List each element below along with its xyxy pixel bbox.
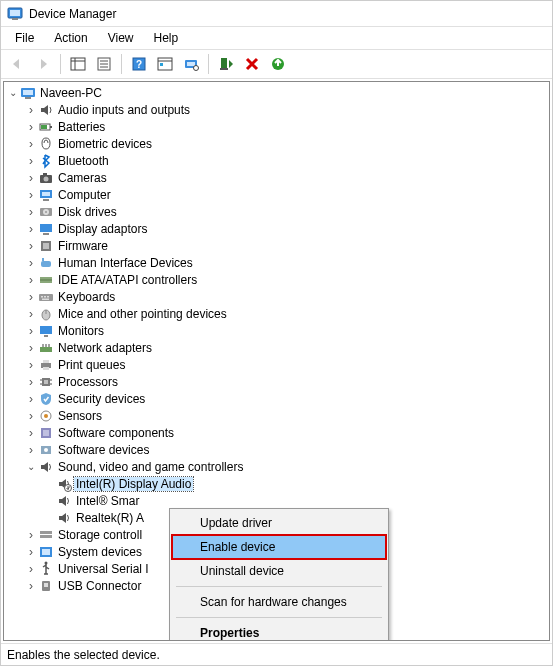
expand-caret-icon[interactable]: [24, 409, 38, 423]
category-speaker[interactable]: Audio inputs and outputs: [6, 101, 547, 118]
menu-file[interactable]: File: [5, 29, 44, 47]
context-uninstall-device[interactable]: Uninstall device: [172, 559, 386, 583]
scan-hardware-button[interactable]: [179, 52, 203, 76]
expand-caret-icon[interactable]: [24, 307, 38, 321]
expand-caret-icon[interactable]: [24, 324, 38, 338]
tree-item-label: IDE ATA/ATAPI controllers: [56, 273, 199, 287]
toolbar-separator: [60, 54, 61, 74]
expand-caret-icon[interactable]: [24, 205, 38, 219]
category-firmware[interactable]: Firmware: [6, 237, 547, 254]
battery-icon: [38, 119, 54, 135]
tree-item-label: Biometric devices: [56, 137, 154, 151]
expand-caret-icon[interactable]: [24, 341, 38, 355]
expand-caret-icon[interactable]: [24, 239, 38, 253]
enable-device-button[interactable]: [214, 52, 238, 76]
category-sound[interactable]: Sound, video and game controllers: [6, 458, 547, 475]
tree-root[interactable]: Naveen-PC: [6, 84, 547, 101]
expand-caret-icon[interactable]: [24, 103, 38, 117]
category-computer[interactable]: Computer: [6, 186, 547, 203]
category-net[interactable]: Network adapters: [6, 339, 547, 356]
tree-item-label: Display adaptors: [56, 222, 149, 236]
expand-caret-icon[interactable]: [24, 358, 38, 372]
tree-item-label: Print queues: [56, 358, 127, 372]
context-scan-hardware[interactable]: Scan for hardware changes: [172, 590, 386, 614]
svg-rect-73: [40, 531, 52, 534]
action-icon-button[interactable]: [153, 52, 177, 76]
expand-caret-icon[interactable]: [24, 222, 38, 236]
properties-button[interactable]: [92, 52, 116, 76]
category-swd[interactable]: Software devices: [6, 441, 547, 458]
category-sensor[interactable]: Sensors: [6, 407, 547, 424]
back-button[interactable]: [5, 52, 29, 76]
usbconn-icon: [38, 578, 54, 594]
category-printer[interactable]: Print queues: [6, 356, 547, 373]
svg-text:?: ?: [136, 59, 142, 70]
menu-view[interactable]: View: [98, 29, 144, 47]
context-menu: Update driver Enable device Uninstall de…: [169, 508, 389, 641]
svg-rect-29: [43, 173, 47, 175]
menu-help[interactable]: Help: [144, 29, 189, 47]
expand-caret-icon[interactable]: [24, 426, 38, 440]
category-disk[interactable]: Disk drives: [6, 203, 547, 220]
category-display[interactable]: Display adaptors: [6, 220, 547, 237]
expand-caret-icon[interactable]: [24, 528, 38, 542]
device-tree[interactable]: Naveen-PCAudio inputs and outputsBatteri…: [3, 81, 550, 641]
context-update-driver[interactable]: Update driver: [172, 511, 386, 535]
expand-caret-icon[interactable]: [24, 545, 38, 559]
expand-caret-icon[interactable]: [24, 461, 38, 472]
expand-caret-icon[interactable]: [24, 375, 38, 389]
speaker-icon: [56, 476, 72, 492]
toolbar-separator: [208, 54, 209, 74]
menu-action[interactable]: Action: [44, 29, 97, 47]
expand-caret-icon[interactable]: [24, 579, 38, 593]
svg-point-35: [45, 211, 47, 213]
expand-caret-icon[interactable]: [24, 188, 38, 202]
expand-caret-icon[interactable]: [24, 392, 38, 406]
svg-rect-76: [42, 549, 50, 555]
tree-item-label: Firmware: [56, 239, 110, 253]
uninstall-device-button[interactable]: [240, 52, 264, 76]
forward-button[interactable]: [31, 52, 55, 76]
expand-caret-icon[interactable]: [24, 171, 38, 185]
tree-item-label: Security devices: [56, 392, 147, 406]
help-button[interactable]: ?: [127, 52, 151, 76]
category-hid[interactable]: Human Interface Devices: [6, 254, 547, 271]
device-sound-0[interactable]: Intel(R) Display Audio: [6, 475, 547, 492]
expand-caret-icon[interactable]: [24, 154, 38, 168]
update-driver-button[interactable]: [266, 52, 290, 76]
category-keyboard[interactable]: Keyboards: [6, 288, 547, 305]
hid-icon: [38, 255, 54, 271]
category-monitor[interactable]: Monitors: [6, 322, 547, 339]
expand-caret-icon[interactable]: [24, 443, 38, 457]
device-sound-1[interactable]: Intel® Smar: [6, 492, 547, 509]
context-properties[interactable]: Properties: [172, 621, 386, 641]
svg-rect-52: [44, 335, 48, 337]
expand-caret-icon[interactable]: [24, 137, 38, 151]
category-camera[interactable]: Cameras: [6, 169, 547, 186]
tree-item-label: Sound, video and game controllers: [56, 460, 245, 474]
category-battery[interactable]: Batteries: [6, 118, 547, 135]
mouse-icon: [38, 306, 54, 322]
svg-rect-23: [25, 97, 31, 99]
usb-icon: [38, 561, 54, 577]
category-cpu[interactable]: Processors: [6, 373, 547, 390]
category-finger[interactable]: Biometric devices: [6, 135, 547, 152]
category-swc[interactable]: Software components: [6, 424, 547, 441]
category-security[interactable]: Security devices: [6, 390, 547, 407]
svg-rect-51: [40, 326, 52, 334]
expand-caret-icon[interactable]: [24, 120, 38, 134]
expand-caret-icon[interactable]: [24, 290, 38, 304]
expand-caret-icon[interactable]: [24, 256, 38, 270]
category-ide[interactable]: IDE ATA/ATAPI controllers: [6, 271, 547, 288]
show-hide-tree-button[interactable]: [66, 52, 90, 76]
svg-rect-19: [220, 68, 228, 70]
tree-item-label: Network adapters: [56, 341, 154, 355]
expand-caret-icon[interactable]: [24, 273, 38, 287]
category-mouse[interactable]: Mice and other pointing devices: [6, 305, 547, 322]
expand-caret-icon[interactable]: [24, 562, 38, 576]
svg-point-67: [44, 414, 48, 418]
category-bluetooth[interactable]: Bluetooth: [6, 152, 547, 169]
speaker-icon: [56, 493, 72, 509]
expand-caret-icon[interactable]: [6, 87, 20, 98]
context-enable-device[interactable]: Enable device: [172, 535, 386, 559]
